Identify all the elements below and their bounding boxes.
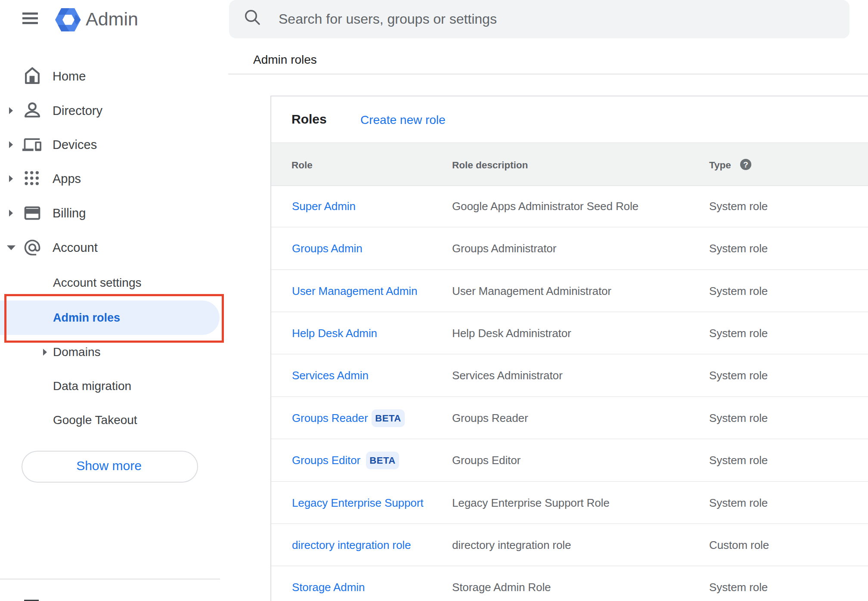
svg-text:?: ? [743,160,748,169]
